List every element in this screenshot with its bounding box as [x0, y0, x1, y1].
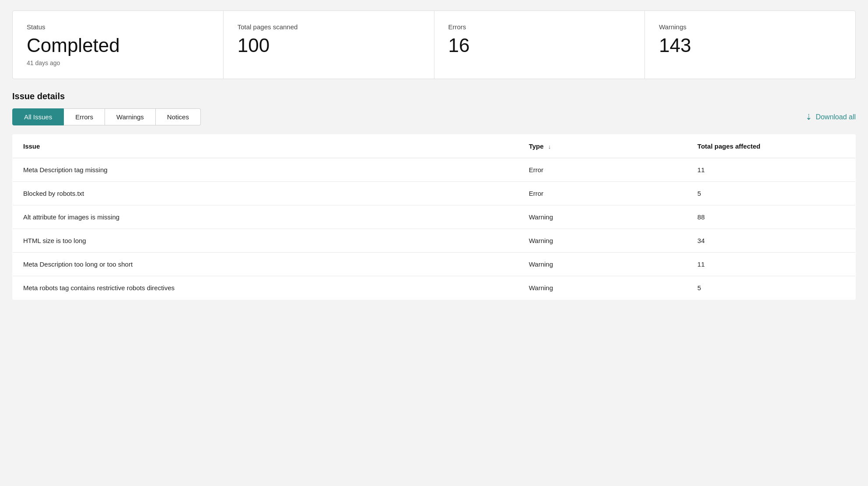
stat-label-errors: Errors — [448, 23, 631, 31]
cell-pages: 11 — [687, 253, 855, 276]
stat-card-status: Status Completed 41 days ago — [13, 11, 224, 79]
table-row: Meta robots tag contains restrictive rob… — [13, 276, 856, 300]
cell-pages: 11 — [687, 158, 855, 182]
cell-pages: 34 — [687, 229, 855, 253]
cell-issue: HTML size is too long — [13, 229, 518, 253]
col-header-issue: Issue — [13, 135, 518, 158]
cell-type: Warning — [518, 229, 687, 253]
tab-notices[interactable]: Notices — [156, 108, 201, 125]
cell-issue: Alt attribute for images is missing — [13, 205, 518, 229]
stat-sub-status: 41 days ago — [27, 59, 209, 66]
stat-value-warnings: 143 — [659, 35, 841, 56]
table-row: Meta Description too long or too shortWa… — [13, 253, 856, 276]
cell-pages: 5 — [687, 182, 855, 205]
cell-issue: Meta Description tag missing — [13, 158, 518, 182]
cell-pages: 5 — [687, 276, 855, 300]
cell-type: Warning — [518, 253, 687, 276]
cell-issue: Meta robots tag contains restrictive rob… — [13, 276, 518, 300]
table-row: Meta Description tag missingError11 — [13, 158, 856, 182]
tab-errors[interactable]: Errors — [64, 108, 105, 125]
stat-value-errors: 16 — [448, 35, 631, 56]
stat-card-warnings: Warnings 143 — [645, 11, 855, 79]
stat-label-warnings: Warnings — [659, 23, 841, 31]
download-icon: ⇣ — [805, 112, 812, 122]
stat-card-pages: Total pages scanned 100 — [224, 11, 434, 79]
issue-details-section: Issue details All Issues Errors Warnings… — [12, 91, 856, 300]
col-header-type[interactable]: Type ↓ — [518, 135, 687, 158]
table-row: HTML size is too longWarning34 — [13, 229, 856, 253]
cell-issue: Blocked by robots.txt — [13, 182, 518, 205]
stat-value-status: Completed — [27, 35, 209, 56]
tab-all-issues[interactable]: All Issues — [12, 108, 64, 125]
cell-type: Warning — [518, 205, 687, 229]
table-row: Blocked by robots.txtError5 — [13, 182, 856, 205]
type-header-label: Type — [529, 142, 544, 150]
download-all-button[interactable]: ⇣ Download all — [805, 112, 856, 122]
stats-row: Status Completed 41 days ago Total pages… — [12, 10, 856, 79]
stat-value-pages: 100 — [238, 35, 420, 56]
section-title: Issue details — [12, 91, 856, 101]
col-header-pages: Total pages affected — [687, 135, 855, 158]
cell-pages: 88 — [687, 205, 855, 229]
stat-label-status: Status — [27, 23, 209, 31]
page-wrapper: Status Completed 41 days ago Total pages… — [0, 0, 868, 310]
tabs-container: All Issues Errors Warnings Notices — [12, 108, 201, 125]
cell-type: Warning — [518, 276, 687, 300]
table-header-row: Issue Type ↓ Total pages affected — [13, 135, 856, 158]
table-row: Alt attribute for images is missingWarni… — [13, 205, 856, 229]
tabs-row: All Issues Errors Warnings Notices ⇣ Dow… — [12, 108, 856, 125]
tab-warnings[interactable]: Warnings — [105, 108, 156, 125]
download-all-label: Download all — [816, 113, 856, 121]
cell-issue: Meta Description too long or too short — [13, 253, 518, 276]
sort-icon: ↓ — [548, 143, 551, 150]
cell-type: Error — [518, 182, 687, 205]
cell-type: Error — [518, 158, 687, 182]
stat-label-pages: Total pages scanned — [238, 23, 420, 31]
issues-table: Issue Type ↓ Total pages affected Meta D… — [12, 134, 856, 300]
stat-card-errors: Errors 16 — [434, 11, 645, 79]
